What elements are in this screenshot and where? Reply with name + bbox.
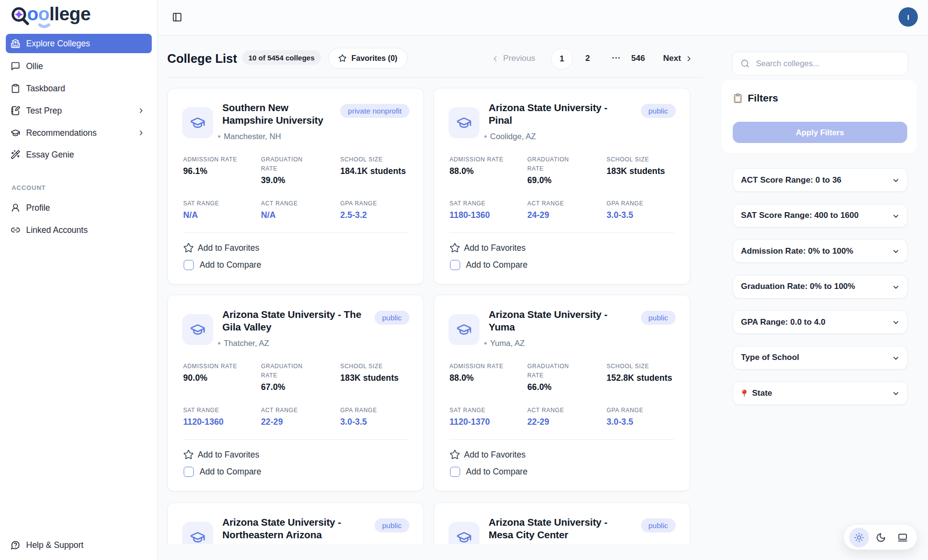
svg-text:oollege: oollege xyxy=(27,3,90,24)
